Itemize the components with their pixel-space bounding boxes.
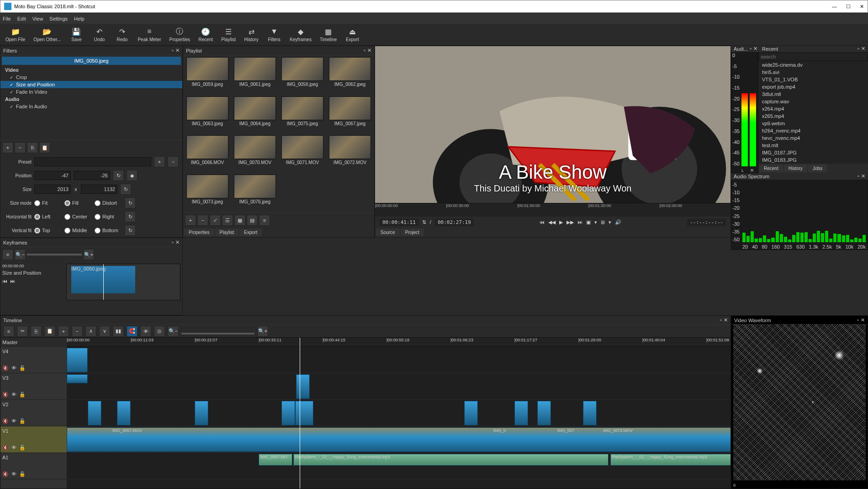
playlist-update-button[interactable]: ✓ xyxy=(210,215,221,226)
preview-tab-source[interactable]: Source xyxy=(376,229,400,236)
undock-icon[interactable]: ▫ xyxy=(720,317,722,323)
lift-button[interactable]: ∧ xyxy=(85,326,96,337)
recent-item[interactable]: vp9.webm xyxy=(758,120,868,127)
recent-button[interactable]: 🕘Recent xyxy=(196,25,216,45)
filters-button[interactable]: ▼Filters xyxy=(264,25,284,45)
timecode-stepper-icon[interactable]: ⇅ xyxy=(422,219,426,225)
mute-button[interactable]: 🔇 xyxy=(2,418,9,424)
rewind-button[interactable]: ◀◀ xyxy=(548,219,556,225)
properties-button[interactable]: ⓘProperties xyxy=(167,25,193,45)
timeline-clip[interactable]: Pachyderm_-_13_-_Happy_Song_instrumental… xyxy=(610,454,730,466)
close-panel-icon[interactable]: ✕ xyxy=(724,317,728,323)
audio-meter-tab[interactable]: Audi... xyxy=(734,46,748,52)
reset-button[interactable]: ↻ xyxy=(125,197,136,208)
recent-tab-title[interactable]: Recent xyxy=(762,46,778,52)
zoom-out-button[interactable]: 🔍− xyxy=(15,249,26,260)
track-v2[interactable] xyxy=(67,400,730,426)
close-panel-icon[interactable]: ✕ xyxy=(753,46,757,52)
hide-button[interactable]: 👁 xyxy=(11,418,16,424)
track-v4[interactable] xyxy=(67,347,730,373)
recent-item[interactable]: hiri5.avi xyxy=(758,69,868,76)
track-header-v1[interactable]: V1 🔇 👁 🔓 xyxy=(0,426,67,453)
undo-button[interactable]: ↶Undo xyxy=(89,25,109,45)
undock-icon[interactable]: ▫ xyxy=(857,173,859,179)
timeline-clip[interactable] xyxy=(117,401,131,425)
redo-button[interactable]: ↷Redo xyxy=(112,25,132,45)
keyframes-button[interactable]: ◆Keyframes xyxy=(287,25,314,45)
lock-button[interactable]: 🔓 xyxy=(19,471,26,477)
playlist-view-icons-button[interactable]: ▤ xyxy=(247,215,258,226)
track-a1[interactable]: IMG_0057.MO Pachyderm_-_13_-_Happy_Song_… xyxy=(67,453,730,479)
mute-button[interactable]: 🔇 xyxy=(2,365,9,371)
close-icon[interactable]: ✕ xyxy=(860,4,864,10)
size-w-input[interactable] xyxy=(34,185,71,194)
scrub-button[interactable]: 👁 xyxy=(140,326,151,337)
reset-position-button[interactable]: ↻ xyxy=(113,170,124,181)
close-panel-icon[interactable]: ✕ xyxy=(861,46,865,52)
timeline-clip[interactable] xyxy=(295,401,313,425)
menu-settings[interactable]: Settings xyxy=(49,16,68,21)
zoom-in-button[interactable]: 🔍+ xyxy=(257,326,268,337)
menu-view[interactable]: View xyxy=(32,16,43,21)
position-x-input[interactable] xyxy=(34,171,71,180)
timeline-clip[interactable] xyxy=(464,401,478,425)
playlist-thumb[interactable]: IMG_0070.MOV xyxy=(233,135,277,172)
recent-item[interactable]: capture.wav xyxy=(758,98,868,105)
fast-forward-button[interactable]: ▶▶ xyxy=(566,219,574,225)
playlist-thumb[interactable]: IMG_0058.jpeg xyxy=(280,57,325,94)
timeline-clip[interactable] xyxy=(514,401,528,425)
recent-tab-recent[interactable]: Recent xyxy=(759,165,783,172)
dropdown-icon[interactable]: ▾ xyxy=(609,219,611,225)
playlist-remove-button[interactable]: − xyxy=(197,215,208,226)
halign-radio-right[interactable]: Right xyxy=(95,214,122,220)
grid-button[interactable]: ⊞ xyxy=(601,219,605,225)
split-button[interactable]: ▮▮ xyxy=(113,326,124,337)
hide-button[interactable]: 👁 xyxy=(11,392,16,398)
timeline-playhead[interactable] xyxy=(300,338,300,489)
keyframe-playhead[interactable] xyxy=(103,264,104,300)
valign-radio-bottom[interactable]: Bottom xyxy=(95,228,122,234)
timeline-clip[interactable]: IMG_0057.MO xyxy=(259,454,292,466)
timeline-clip[interactable] xyxy=(583,401,597,425)
zoom-fit-button[interactable]: ▣ xyxy=(586,219,591,225)
timeline-clip[interactable] xyxy=(281,401,295,425)
hide-button[interactable]: 👁 xyxy=(11,365,16,371)
close-panel-icon[interactable]: ✕ xyxy=(367,48,371,53)
close-panel-icon[interactable]: ✕ xyxy=(861,173,865,179)
playlist-view-details-button[interactable]: ☰ xyxy=(222,215,233,226)
keyframe-position-button[interactable]: ◆ xyxy=(127,170,138,181)
maximize-icon[interactable]: ☐ xyxy=(846,4,851,10)
mute-button[interactable]: 🔇 xyxy=(2,471,9,477)
close-panel-icon[interactable]: ✕ xyxy=(175,48,180,53)
preview-viewport[interactable]: 211 A Bike Show This Ducati by Michael W… xyxy=(375,46,730,203)
keyframe-next-button[interactable]: ⏭ xyxy=(10,278,15,284)
peak-meter-button[interactable]: ≡Peak Meter xyxy=(135,25,164,45)
halign-radio-center[interactable]: Center xyxy=(64,214,92,220)
menu-help[interactable]: Help xyxy=(74,16,85,21)
timeline-clip[interactable]: Pachyderm_-_13_-_Happy_Song_instrumental… xyxy=(293,454,609,466)
copy-button[interactable]: ⎘ xyxy=(31,326,42,337)
size-h-input[interactable] xyxy=(81,185,117,194)
playlist-thumb[interactable]: IMG_0073.jpeg xyxy=(185,175,230,211)
append-button[interactable]: + xyxy=(58,326,69,337)
position-y-input[interactable] xyxy=(74,171,110,180)
timeline-clip[interactable] xyxy=(67,374,88,383)
reset-size-button[interactable]: ↻ xyxy=(120,184,131,195)
cut-button[interactable]: ✂ xyxy=(17,326,28,337)
playlist-menu-button[interactable]: ≡ xyxy=(259,215,270,226)
playlist-thumb[interactable]: IMG_0071.MOV xyxy=(280,135,325,172)
play-button[interactable]: ▶ xyxy=(559,219,563,225)
halign-radio-left[interactable]: Left xyxy=(34,214,62,220)
recent-item[interactable]: hevc_nvenc.mp4 xyxy=(758,134,868,142)
hide-button[interactable]: 👁 xyxy=(11,471,16,477)
zoom-slider[interactable] xyxy=(27,254,82,255)
copy-filter-button[interactable]: ⎘ xyxy=(27,142,38,153)
filter-item-fade-in-audio[interactable]: Fade In Audio xyxy=(0,103,182,110)
keyframes-menu-button[interactable]: ≡ xyxy=(2,249,13,260)
add-filter-button[interactable]: + xyxy=(2,142,13,153)
timeline-clip[interactable]: IMG_0057.MOV IMG_0 IMG_007 IMG_0072.MOV xyxy=(67,427,730,452)
playlist-thumb[interactable]: IMG_0063.jpeg xyxy=(185,96,230,133)
lock-button[interactable]: 🔓 xyxy=(19,445,26,451)
track-header-v3[interactable]: V3 🔇 👁 🔓 xyxy=(0,373,67,400)
delete-button[interactable]: − xyxy=(72,326,83,337)
